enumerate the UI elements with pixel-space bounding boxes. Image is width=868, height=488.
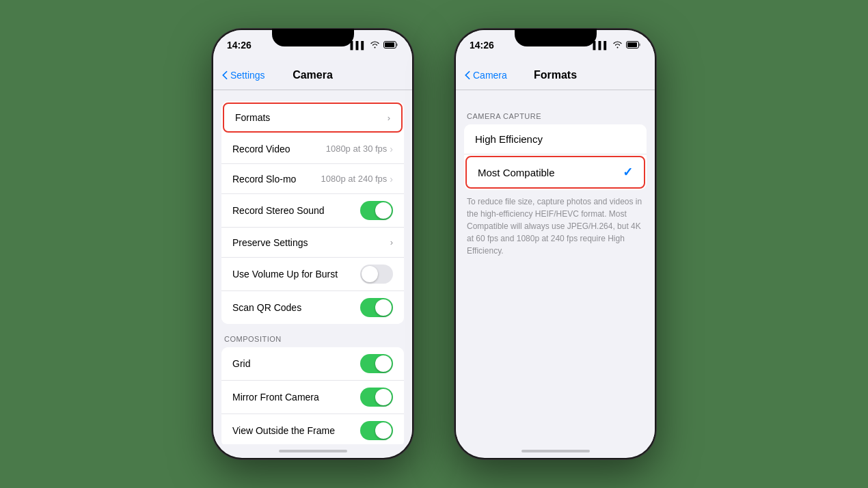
signal-icon: ▌▌▌ — [351, 41, 366, 49]
camera-capture-header: CAMERA CAPTURE — [456, 101, 655, 124]
record-stereo-thumb — [375, 202, 392, 219]
back-button-2[interactable]: Camera — [464, 70, 507, 81]
mirror-camera-row[interactable]: Mirror Front Camera — [221, 381, 404, 414]
record-video-row[interactable]: Record Video 1080p at 30 fps › — [221, 134, 404, 164]
scan-qr-row[interactable]: Scan QR Codes — [221, 291, 404, 324]
formats-chevron: › — [388, 113, 390, 123]
view-outside-label: View Outside the Frame — [232, 425, 360, 436]
high-efficiency-row[interactable]: High Efficiency — [464, 124, 647, 154]
record-slomo-chevron: › — [390, 174, 393, 185]
composition-section: COMPOSITION Grid Mirror Front Camera — [213, 335, 412, 444]
composition-group: Grid Mirror Front Camera View Outside th… — [221, 347, 404, 444]
volume-burst-row[interactable]: Use Volume Up for Burst — [221, 258, 404, 291]
grid-label: Grid — [232, 358, 360, 369]
svg-rect-5 — [639, 43, 640, 46]
view-outside-toggle[interactable] — [360, 421, 393, 440]
home-bar-2 — [521, 450, 590, 452]
view-outside-thumb — [375, 422, 392, 439]
main-settings: Formats › Record Video 1080p at 30 fps ›… — [213, 101, 412, 324]
record-video-label: Record Video — [232, 144, 326, 154]
formats-row[interactable]: Formats › — [223, 103, 403, 133]
volume-burst-thumb — [362, 266, 378, 282]
screen-content-1: Formats › Record Video 1080p at 30 fps ›… — [213, 90, 412, 444]
home-indicator-1 — [213, 444, 412, 458]
preserve-settings-chevron: › — [390, 237, 393, 247]
battery-icon-2 — [626, 41, 641, 50]
grid-toggle[interactable] — [360, 354, 393, 373]
view-outside-row[interactable]: View Outside the Frame — [221, 414, 404, 444]
phone-1: 14:26 ▌▌▌ — [212, 29, 413, 459]
main-settings-group: Formats › Record Video 1080p at 30 fps ›… — [221, 101, 404, 324]
svg-rect-2 — [396, 43, 398, 46]
nav-title-1: Camera — [293, 69, 333, 81]
formats-label: Formats — [235, 112, 388, 123]
wifi-icon — [370, 41, 380, 50]
record-slomo-value: 1080p at 240 fps — [321, 174, 387, 184]
back-label-1: Settings — [230, 70, 265, 81]
home-indicator-2 — [456, 444, 655, 458]
screen-content-2: CAMERA CAPTURE High Efficiency Most Comp… — [456, 90, 655, 444]
high-efficiency-label: High Efficiency — [475, 133, 543, 145]
svg-rect-1 — [385, 42, 394, 47]
most-compatible-label: Most Compatible — [478, 167, 555, 178]
scan-qr-thumb — [375, 299, 392, 316]
mirror-camera-toggle[interactable] — [360, 388, 393, 407]
record-slomo-row[interactable]: Record Slo-mo 1080p at 240 fps › — [221, 164, 404, 194]
record-stereo-label: Record Stereo Sound — [232, 205, 360, 216]
nav-bar-1: Settings Camera — [213, 60, 412, 90]
back-button-1[interactable]: Settings — [221, 70, 265, 81]
status-time-1: 14:26 — [227, 40, 252, 51]
mirror-camera-label: Mirror Front Camera — [232, 392, 360, 403]
formats-group: High Efficiency Most Compatible ✓ — [464, 124, 647, 190]
most-compatible-row[interactable]: Most Compatible ✓ — [465, 156, 645, 189]
record-slomo-label: Record Slo-mo — [232, 174, 321, 185]
svg-rect-4 — [627, 42, 637, 47]
status-icons-1: ▌▌▌ — [351, 41, 398, 50]
preserve-settings-label: Preserve Settings — [232, 237, 390, 248]
scan-qr-label: Scan QR Codes — [232, 302, 360, 313]
signal-icon-2: ▌▌▌ — [593, 41, 609, 49]
battery-icon — [383, 41, 398, 50]
mirror-camera-thumb — [375, 389, 392, 405]
formats-section: CAMERA CAPTURE High Efficiency Most Comp… — [456, 101, 655, 268]
preserve-settings-row[interactable]: Preserve Settings › — [221, 228, 404, 258]
record-video-value: 1080p at 30 fps — [326, 144, 388, 154]
formats-description: To reduce file size, capture photos and … — [456, 190, 655, 268]
status-icons-2: ▌▌▌ — [593, 41, 641, 50]
volume-burst-label: Use Volume Up for Burst — [232, 269, 360, 280]
record-stereo-toggle[interactable] — [360, 201, 393, 220]
status-time-2: 14:26 — [470, 40, 494, 51]
phone-2: 14:26 ▌▌▌ — [455, 29, 656, 459]
record-stereo-row[interactable]: Record Stereo Sound — [221, 194, 404, 228]
nav-bar-2: Camera Formats — [456, 60, 655, 90]
back-label-2: Camera — [473, 70, 507, 81]
volume-burst-toggle[interactable] — [360, 265, 393, 284]
nav-title-2: Formats — [534, 69, 577, 81]
grid-thumb — [375, 355, 392, 372]
wifi-icon-2 — [612, 41, 623, 50]
record-video-chevron: › — [390, 144, 393, 154]
grid-row[interactable]: Grid — [221, 347, 404, 381]
home-bar-1 — [279, 450, 347, 452]
record-video-right: 1080p at 30 fps › — [326, 144, 393, 154]
checkmark-icon: ✓ — [623, 165, 633, 180]
composition-header: COMPOSITION — [213, 335, 412, 347]
scan-qr-toggle[interactable] — [360, 298, 393, 317]
record-slomo-right: 1080p at 240 fps › — [321, 174, 393, 185]
